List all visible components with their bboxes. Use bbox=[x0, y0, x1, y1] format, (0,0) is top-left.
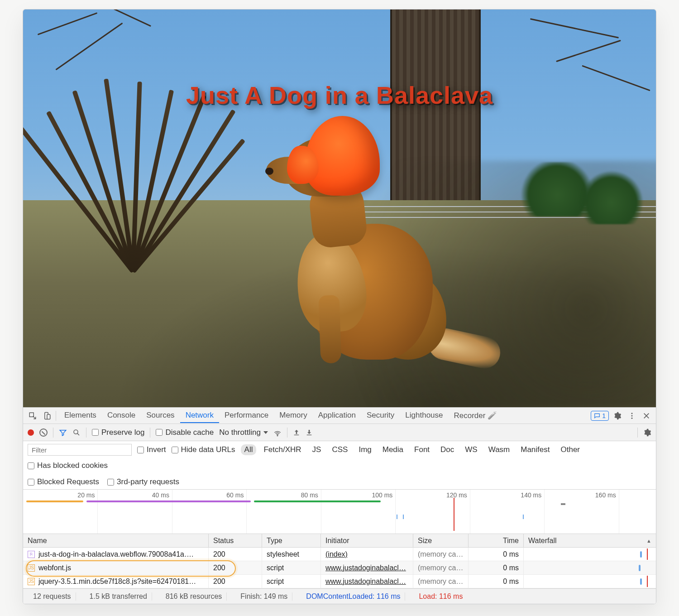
tab-recorder[interactable]: Recorder 🧪 bbox=[449, 408, 503, 423]
table-row[interactable]: JSjquery-3.5.1.min.dc5e7f18c8.js?site=62… bbox=[23, 575, 656, 588]
filter-type-font[interactable]: Font bbox=[411, 444, 433, 455]
network-conditions-icon[interactable] bbox=[273, 428, 282, 437]
upload-har-icon[interactable] bbox=[293, 429, 300, 436]
svg-rect-2 bbox=[47, 414, 50, 419]
request-initiator[interactable]: (index) bbox=[325, 550, 348, 558]
request-initiator[interactable]: www.justadoginabalacl… bbox=[325, 564, 406, 572]
filter-input[interactable] bbox=[28, 444, 132, 456]
request-size: (memory ca… bbox=[413, 548, 469, 561]
inspect-icon[interactable] bbox=[27, 410, 38, 422]
third-party-checkbox[interactable]: 3rd-party requests bbox=[107, 477, 179, 486]
col-waterfall[interactable]: Waterfall▲ bbox=[524, 534, 656, 547]
request-time: 0 ms bbox=[469, 575, 524, 588]
page-preview: Just A Dog in a Balaclava bbox=[23, 10, 656, 407]
overview-tick: 160 ms bbox=[595, 491, 619, 499]
status-requests: 12 requests bbox=[29, 592, 76, 601]
col-name[interactable]: Name bbox=[23, 534, 209, 547]
tab-memory[interactable]: Memory bbox=[274, 408, 312, 423]
status-resources: 816 kB resources bbox=[161, 592, 227, 601]
filter-type-img[interactable]: Img bbox=[355, 444, 375, 455]
filter-type-css[interactable]: CSS bbox=[328, 444, 351, 455]
overview-tick: 60 ms bbox=[226, 491, 246, 499]
tab-console[interactable]: Console bbox=[102, 408, 141, 423]
col-initiator[interactable]: Initiator bbox=[321, 534, 413, 547]
devtools-tabbar: ElementsConsoleSourcesNetworkPerformance… bbox=[23, 408, 656, 424]
col-time[interactable]: Time bbox=[469, 534, 524, 547]
app-frame: Just A Dog in a Balaclava ElementsConsol… bbox=[23, 9, 656, 604]
filter-type-other[interactable]: Other bbox=[557, 444, 584, 455]
request-type: script bbox=[262, 575, 321, 588]
issues-badge[interactable]: 1 bbox=[591, 411, 609, 421]
tab-sources[interactable]: Sources bbox=[141, 408, 180, 423]
request-name: jquery-3.5.1.min.dc5e7f18c8.js?site=6247… bbox=[38, 578, 196, 586]
request-name: just-a-dog-in-a-balaclava.webflow.79008a… bbox=[38, 550, 193, 558]
request-size: (memory ca… bbox=[413, 575, 469, 588]
script-icon: JS bbox=[28, 578, 35, 585]
tab-network[interactable]: Network bbox=[180, 408, 219, 423]
svg-point-6 bbox=[74, 430, 78, 434]
overview-tick: 120 ms bbox=[446, 491, 470, 499]
svg-rect-9 bbox=[307, 434, 312, 435]
network-settings-icon[interactable] bbox=[643, 428, 651, 437]
network-table-header: Name Status Type Initiator Size Time Wat… bbox=[23, 534, 656, 548]
tab-application[interactable]: Application bbox=[313, 408, 361, 423]
tab-elements[interactable]: Elements bbox=[59, 408, 102, 423]
network-overview[interactable]: 20 ms40 ms60 ms80 ms100 ms120 ms140 ms16… bbox=[23, 490, 656, 534]
svg-point-3 bbox=[631, 413, 633, 414]
preserve-log-checkbox[interactable]: Preserve log bbox=[92, 428, 144, 437]
table-row[interactable]: JSwebfont.js200scriptwww.justadoginabala… bbox=[23, 561, 656, 575]
network-table-body: ⎘just-a-dog-in-a-balaclava.webflow.79008… bbox=[23, 548, 656, 588]
request-initiator[interactable]: www.justadoginabalacl… bbox=[325, 578, 406, 586]
col-size[interactable]: Size bbox=[413, 534, 469, 547]
tab-security[interactable]: Security bbox=[361, 408, 400, 423]
devtools-panel: ElementsConsoleSourcesNetworkPerformance… bbox=[23, 407, 656, 604]
overview-tick: 40 ms bbox=[152, 491, 172, 499]
blocked-requests-checkbox[interactable]: Blocked Requests bbox=[28, 477, 99, 486]
overview-tick: 140 ms bbox=[521, 491, 544, 499]
invert-checkbox[interactable]: Invert bbox=[137, 445, 166, 454]
request-time: 0 ms bbox=[469, 548, 524, 561]
settings-icon[interactable] bbox=[612, 410, 623, 422]
tab-performance[interactable]: Performance bbox=[219, 408, 274, 423]
download-har-icon[interactable] bbox=[306, 429, 313, 436]
disable-cache-checkbox[interactable]: Disable cache bbox=[156, 428, 214, 437]
svg-rect-8 bbox=[294, 434, 299, 435]
record-button[interactable] bbox=[28, 429, 34, 436]
clear-button[interactable] bbox=[39, 428, 48, 437]
close-icon[interactable] bbox=[641, 410, 652, 422]
filter-type-js[interactable]: JS bbox=[309, 444, 325, 455]
overview-tick: 100 ms bbox=[372, 491, 395, 499]
filter-type-all[interactable]: All bbox=[241, 444, 257, 455]
hide-data-urls-checkbox[interactable]: Hide data URLs bbox=[172, 445, 235, 454]
filter-type-manifest[interactable]: Manifest bbox=[517, 444, 553, 455]
filter-type-ws[interactable]: WS bbox=[461, 444, 481, 455]
network-status-bar: 12 requests 1.5 kB transferred 816 kB re… bbox=[23, 588, 656, 604]
page-title: Just A Dog in a Balaclava bbox=[23, 81, 656, 109]
request-type: stylesheet bbox=[262, 548, 321, 561]
kebab-icon[interactable] bbox=[626, 410, 638, 422]
svg-point-7 bbox=[277, 435, 278, 436]
col-type[interactable]: Type bbox=[262, 534, 321, 547]
filter-toggle-icon[interactable] bbox=[59, 428, 67, 437]
table-row[interactable]: ⎘just-a-dog-in-a-balaclava.webflow.79008… bbox=[23, 548, 656, 561]
status-transferred: 1.5 kB transferred bbox=[85, 592, 152, 601]
tab-lighthouse[interactable]: Lighthouse bbox=[400, 408, 448, 423]
device-toggle-icon[interactable] bbox=[41, 410, 53, 422]
status-load: Load: 116 ms bbox=[414, 592, 467, 601]
filter-type-wasm[interactable]: Wasm bbox=[485, 444, 514, 455]
overview-tick: 80 ms bbox=[301, 491, 321, 499]
col-status[interactable]: Status bbox=[209, 534, 262, 547]
network-filter-bar: Invert Hide data URLs AllFetch/XHRJSCSSI… bbox=[23, 441, 656, 490]
throttling-select[interactable]: No throttling bbox=[219, 428, 268, 437]
svg-point-5 bbox=[631, 417, 633, 419]
has-blocked-cookies-checkbox[interactable]: Has blocked cookies bbox=[28, 461, 108, 470]
filter-type-fetchxhr[interactable]: Fetch/XHR bbox=[260, 444, 305, 455]
request-waterfall bbox=[524, 575, 656, 588]
svg-point-4 bbox=[631, 415, 633, 416]
filter-type-media[interactable]: Media bbox=[379, 444, 407, 455]
status-finish: Finish: 149 ms bbox=[236, 592, 292, 601]
dog bbox=[270, 129, 464, 360]
script-icon: JS bbox=[28, 564, 35, 572]
filter-type-doc[interactable]: Doc bbox=[437, 444, 458, 455]
search-icon[interactable] bbox=[72, 428, 81, 437]
